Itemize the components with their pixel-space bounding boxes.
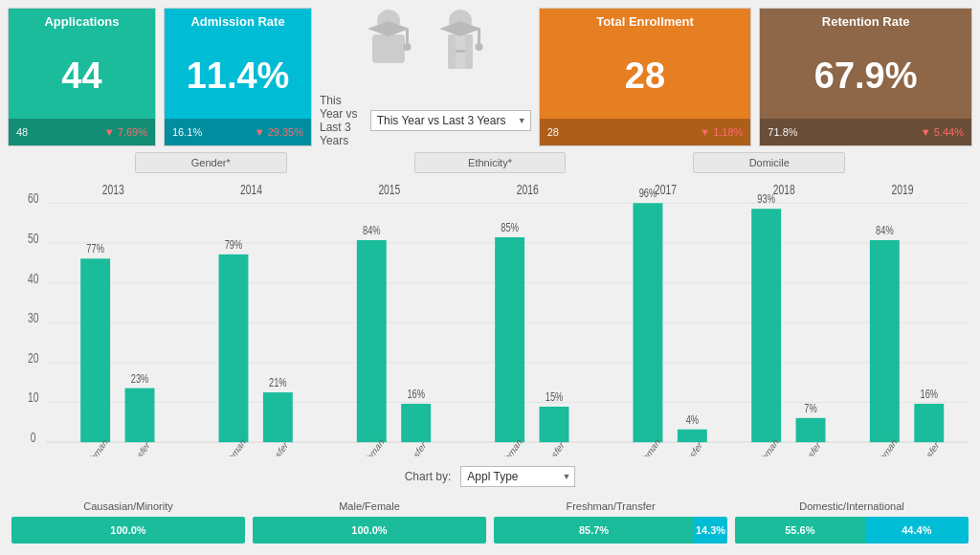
breakdown-freshman-bar1: 85.7% <box>494 517 694 544</box>
svg-text:84%: 84% <box>876 223 894 236</box>
total-enrollment-prev: 28 <box>547 126 559 138</box>
breakdown-gender-bar1: 100.0% <box>253 517 486 544</box>
svg-text:2014: 2014 <box>240 181 262 197</box>
breakdown-freshman-bar: 85.7% 14.3% <box>494 517 727 544</box>
grad-male-icon <box>434 8 487 86</box>
applications-value: 44 <box>9 33 155 119</box>
bar <box>914 404 944 442</box>
grad-female-icon <box>363 8 415 86</box>
applications-kpi: Applications 44 48 ▼ 7.69% <box>8 8 156 146</box>
chart-section: 0 10 20 30 40 50 60 2013 <box>8 179 972 456</box>
breakdown-domestic-title: Domestic/International <box>735 500 969 512</box>
year-comparison-label: This Year vs Last 3 Years <box>320 94 365 147</box>
bar <box>678 430 707 442</box>
total-enrollment-value: 28 <box>540 33 751 119</box>
svg-text:2016: 2016 <box>517 181 539 197</box>
bar-chart-svg: 0 10 20 30 40 50 60 2013 <box>11 179 969 456</box>
total-enrollment-label: Total Enrollment <box>540 9 751 33</box>
svg-text:93%: 93% <box>757 192 775 206</box>
graduation-icons <box>363 8 487 86</box>
total-enrollment-footer: 28 ▼ 1.18% <box>540 119 751 145</box>
breakdown-domestic-bar1: 55.6% <box>735 517 865 544</box>
svg-text:60: 60 <box>28 189 38 206</box>
domicile-pill: Domicile <box>693 152 845 173</box>
svg-marker-3 <box>368 21 410 36</box>
admission-rate-label: Admission Rate <box>165 9 311 33</box>
bar <box>357 240 387 442</box>
breakdown-domestic-bar: 55.6% 44.4% <box>735 517 969 544</box>
svg-text:4%: 4% <box>686 412 699 426</box>
svg-text:96%: 96% <box>639 187 657 200</box>
retention-rate-prev: 71.8% <box>768 126 797 138</box>
year-comparison-row: This Year vs Last 3 Years This Year vs L… <box>320 94 531 147</box>
breakdown-causasian-title: Causasian/Minority <box>11 500 245 512</box>
svg-rect-13 <box>456 50 465 53</box>
bar <box>633 203 662 442</box>
breakdown-gender-bar: 100.0% <box>253 517 486 544</box>
retention-rate-kpi: Retention Rate 67.9% 71.8% ▼ 5.44% <box>759 8 972 146</box>
breakdown-causasian: Causasian/Minority 100.0% <box>11 500 245 544</box>
svg-text:84%: 84% <box>363 223 381 236</box>
svg-text:21%: 21% <box>269 376 287 389</box>
svg-text:16%: 16% <box>407 387 425 400</box>
total-enrollment-change: ▼ 1.18% <box>700 126 743 138</box>
svg-text:2019: 2019 <box>891 181 913 197</box>
chart-by-label: Chart by: <box>405 470 452 483</box>
applications-label: Applications <box>9 9 155 33</box>
svg-text:79%: 79% <box>225 237 243 251</box>
breakdown-causasian-bar: 100.0% <box>11 517 245 544</box>
retention-rate-footer: 71.8% ▼ 5.44% <box>760 119 971 145</box>
svg-text:2013: 2013 <box>102 181 124 197</box>
chart-by-dropdown[interactable]: Appl Type Gender Ethnicity Domicile <box>460 466 575 487</box>
svg-text:0: 0 <box>31 429 36 445</box>
bar <box>218 255 248 442</box>
breakdown-gender: Male/Female 100.0% <box>253 500 486 544</box>
bar <box>796 418 826 442</box>
bar <box>540 407 569 442</box>
svg-text:16%: 16% <box>920 387 938 400</box>
retention-rate-label: Retention Rate <box>760 9 971 33</box>
bar <box>751 209 781 442</box>
breakdown-domestic-bar2: 44.4% <box>865 517 969 544</box>
down-arrow-icon: ▼ <box>921 126 931 138</box>
gender-pill: Gender* <box>135 152 287 173</box>
svg-point-5 <box>404 43 412 51</box>
admission-rate-footer: 16.1% ▼ 29.35% <box>165 119 311 145</box>
category-pills-row: Gender* Ethnicity* Domicile <box>8 152 972 173</box>
retention-rate-change: ▼ 5.44% <box>921 126 964 138</box>
chart-by-row: Chart by: Appl Type Gender Ethnicity Dom… <box>8 462 972 491</box>
total-enrollment-kpi: Total Enrollment 28 28 ▼ 1.18% <box>539 8 752 146</box>
bar <box>125 388 155 443</box>
bar <box>263 392 293 442</box>
breakdown-row: Causasian/Minority 100.0% Male/Female 10… <box>8 497 972 547</box>
year-dropdown-wrapper[interactable]: This Year vs Last 3 Years This Year vs L… <box>370 110 531 131</box>
admission-rate-change: ▼ 29.35% <box>255 126 303 138</box>
admission-rate-kpi: Admission Rate 11.4% 16.1% ▼ 29.35% <box>164 8 312 146</box>
svg-text:30: 30 <box>28 309 38 325</box>
svg-text:10: 10 <box>28 389 38 406</box>
bar-chart: 0 10 20 30 40 50 60 2013 <box>11 179 969 456</box>
svg-text:20: 20 <box>28 349 38 366</box>
down-arrow-icon: ▼ <box>104 126 115 138</box>
center-panel: This Year vs Last 3 Years This Year vs L… <box>320 8 531 146</box>
chart-by-dropdown-wrapper[interactable]: Appl Type Gender Ethnicity Domicile <box>460 466 575 487</box>
applications-change: ▼ 7.69% <box>104 126 147 138</box>
applications-footer: 48 ▼ 7.69% <box>9 119 155 145</box>
admission-rate-value: 11.4% <box>165 33 311 119</box>
down-arrow-icon: ▼ <box>700 126 710 138</box>
admission-rate-prev: 16.1% <box>172 126 202 138</box>
breakdown-causasian-bar1: 100.0% <box>11 517 245 544</box>
breakdown-gender-title: Male/Female <box>253 500 486 512</box>
ethnicity-pill: Ethnicity* <box>414 152 567 173</box>
bar <box>870 240 900 442</box>
svg-rect-1 <box>372 34 405 63</box>
breakdown-domestic: Domestic/International 55.6% 44.4% <box>735 500 969 544</box>
svg-text:50: 50 <box>28 230 38 246</box>
retention-rate-value: 67.9% <box>760 33 971 119</box>
bar <box>495 237 524 442</box>
svg-text:2018: 2018 <box>773 181 795 197</box>
svg-text:23%: 23% <box>131 371 149 385</box>
down-arrow-icon: ▼ <box>255 126 265 138</box>
svg-marker-10 <box>439 21 481 36</box>
year-dropdown[interactable]: This Year vs Last 3 Years This Year vs L… <box>370 110 531 131</box>
